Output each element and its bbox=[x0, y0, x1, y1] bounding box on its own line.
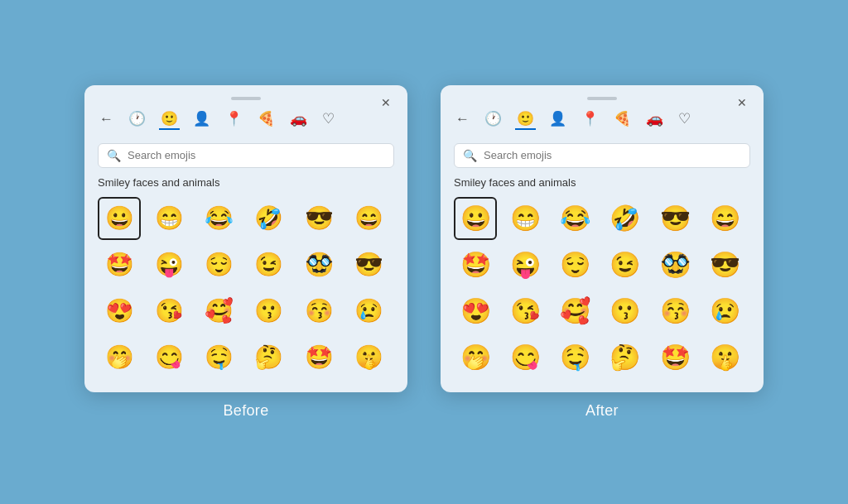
emoji-cell-21-before[interactable]: 🤔 bbox=[248, 336, 291, 379]
nav-symbols-after[interactable]: ♡ bbox=[677, 108, 692, 129]
nav-bar-after: ← 🕐 🙂 👤 📍 🍕 🚗 ♡ bbox=[454, 108, 750, 135]
search-box-after: 🔍 bbox=[454, 143, 750, 168]
search-input-after[interactable] bbox=[484, 149, 741, 161]
nav-symbols-before[interactable]: ♡ bbox=[320, 108, 336, 129]
search-input-before[interactable] bbox=[128, 149, 385, 161]
emoji-cell-9-after[interactable]: 😉 bbox=[604, 243, 647, 286]
emoji-cell-21-after[interactable]: 🤔 bbox=[604, 336, 647, 379]
emoji-cell-1-before[interactable]: 😁 bbox=[147, 197, 190, 240]
emoji-cell-18-after[interactable]: 🤭 bbox=[454, 336, 497, 379]
nav-food-after[interactable]: 🍕 bbox=[612, 108, 633, 129]
emoji-cell-2-before[interactable]: 😂 bbox=[198, 197, 241, 240]
nav-people-after[interactable]: 👤 bbox=[547, 108, 568, 129]
emoji-cell-18-before[interactable]: 🤭 bbox=[98, 336, 141, 379]
section-title-before: Smiley faces and animals bbox=[98, 176, 394, 189]
drag-handle-before bbox=[231, 97, 261, 100]
section-title-after: Smiley faces and animals bbox=[454, 176, 750, 189]
emoji-cell-14-before[interactable]: 🥰 bbox=[198, 290, 241, 333]
emoji-cell-11-before[interactable]: 😎 bbox=[348, 243, 391, 286]
emoji-cell-1-after[interactable]: 😁 bbox=[504, 197, 547, 240]
emoji-grid-after: 😀 😁 😂 🤣 😎 😄 🤩 😜 😌 😉 🥸 😎 😍 😘 🥰 😗 😚 😢 🤭 😋 … bbox=[454, 197, 750, 379]
emoji-cell-4-before[interactable]: 😎 bbox=[297, 197, 340, 240]
close-button-before[interactable]: ✕ bbox=[378, 95, 394, 110]
nav-back-before[interactable]: ← bbox=[98, 109, 115, 129]
emoji-cell-23-after[interactable]: 🤫 bbox=[704, 336, 747, 379]
emoji-cell-17-after[interactable]: 😢 bbox=[704, 290, 747, 333]
search-icon-before: 🔍 bbox=[107, 149, 121, 162]
emoji-cell-8-before[interactable]: 😌 bbox=[198, 243, 241, 286]
emoji-cell-16-after[interactable]: 😚 bbox=[653, 290, 696, 333]
search-icon-after: 🔍 bbox=[463, 149, 477, 162]
emoji-cell-16-before[interactable]: 😚 bbox=[297, 290, 340, 333]
emoji-panel-before: ✕ ← 🕐 🙂 👤 📍 🍕 🚗 ♡ 🔍 Smiley faces and ani… bbox=[84, 85, 407, 392]
emoji-cell-2-after[interactable]: 😂 bbox=[554, 197, 597, 240]
nav-food-before[interactable]: 🍕 bbox=[256, 108, 277, 129]
emoji-cell-5-after[interactable]: 😄 bbox=[704, 197, 747, 240]
emoji-cell-12-after[interactable]: 😍 bbox=[454, 290, 497, 333]
emoji-cell-10-after[interactable]: 🥸 bbox=[653, 243, 696, 286]
nav-bar-before: ← 🕐 🙂 👤 📍 🍕 🚗 ♡ bbox=[98, 108, 394, 135]
emoji-grid-before: 😀 😁 😂 🤣 😎 😄 🤩 😜 😌 😉 🥸 😎 😍 😘 🥰 😗 😚 😢 🤭 😋 … bbox=[98, 197, 394, 379]
emoji-cell-15-after[interactable]: 😗 bbox=[604, 290, 647, 333]
emoji-cell-22-before[interactable]: 🤩 bbox=[297, 336, 340, 379]
emoji-cell-0-after[interactable]: 😀 bbox=[454, 197, 497, 240]
emoji-cell-20-after[interactable]: 🤤 bbox=[554, 336, 597, 379]
nav-travel-before[interactable]: 🚗 bbox=[288, 108, 309, 129]
emoji-cell-12-before[interactable]: 😍 bbox=[98, 290, 141, 333]
before-panel-wrapper: ✕ ← 🕐 🙂 👤 📍 🍕 🚗 ♡ 🔍 Smiley faces and ani… bbox=[84, 85, 407, 420]
titlebar-after: ✕ bbox=[454, 97, 750, 100]
emoji-cell-17-before[interactable]: 😢 bbox=[348, 290, 391, 333]
nav-travel-after[interactable]: 🚗 bbox=[644, 108, 665, 129]
emoji-cell-3-after[interactable]: 🤣 bbox=[604, 197, 647, 240]
close-button-after[interactable]: ✕ bbox=[734, 95, 750, 110]
emoji-cell-9-before[interactable]: 😉 bbox=[248, 243, 291, 286]
emoji-cell-19-before[interactable]: 😋 bbox=[147, 336, 190, 379]
emoji-cell-8-after[interactable]: 😌 bbox=[554, 243, 597, 286]
nav-recent-before[interactable]: 🕐 bbox=[127, 108, 147, 129]
nav-objects-before[interactable]: 📍 bbox=[224, 108, 244, 129]
after-panel-wrapper: ✕ ← 🕐 🙂 👤 📍 🍕 🚗 ♡ 🔍 Smiley faces and ani… bbox=[441, 85, 764, 420]
titlebar-before: ✕ bbox=[98, 97, 394, 100]
emoji-cell-10-before[interactable]: 🥸 bbox=[297, 243, 340, 286]
emoji-panel-after: ✕ ← 🕐 🙂 👤 📍 🍕 🚗 ♡ 🔍 Smiley faces and ani… bbox=[441, 85, 764, 392]
search-box-before: 🔍 bbox=[98, 143, 394, 168]
nav-smiley-before[interactable]: 🙂 bbox=[159, 108, 180, 130]
nav-people-before[interactable]: 👤 bbox=[191, 108, 212, 129]
emoji-cell-6-after[interactable]: 🤩 bbox=[454, 243, 497, 286]
drag-handle-after bbox=[587, 97, 617, 100]
emoji-cell-3-before[interactable]: 🤣 bbox=[248, 197, 291, 240]
emoji-cell-19-after[interactable]: 😋 bbox=[504, 336, 547, 379]
emoji-cell-0-before[interactable]: 😀 bbox=[98, 197, 141, 240]
emoji-cell-13-after[interactable]: 😘 bbox=[504, 290, 547, 333]
emoji-cell-20-before[interactable]: 🤤 bbox=[198, 336, 241, 379]
emoji-cell-4-after[interactable]: 😎 bbox=[653, 197, 696, 240]
emoji-cell-7-after[interactable]: 😜 bbox=[504, 243, 547, 286]
label-after: After bbox=[585, 402, 619, 420]
emoji-cell-14-after[interactable]: 🥰 bbox=[554, 290, 597, 333]
emoji-cell-13-before[interactable]: 😘 bbox=[147, 290, 190, 333]
emoji-cell-15-before[interactable]: 😗 bbox=[248, 290, 291, 333]
emoji-cell-23-before[interactable]: 🤫 bbox=[348, 336, 391, 379]
nav-recent-after[interactable]: 🕐 bbox=[483, 108, 504, 129]
nav-back-after[interactable]: ← bbox=[454, 109, 471, 129]
emoji-cell-11-after[interactable]: 😎 bbox=[704, 243, 747, 286]
nav-objects-after[interactable]: 📍 bbox=[580, 108, 600, 129]
emoji-cell-7-before[interactable]: 😜 bbox=[147, 243, 190, 286]
emoji-cell-5-before[interactable]: 😄 bbox=[348, 197, 391, 240]
nav-smiley-after[interactable]: 🙂 bbox=[515, 108, 536, 130]
emoji-cell-6-before[interactable]: 🤩 bbox=[98, 243, 141, 286]
label-before: Before bbox=[223, 402, 268, 420]
emoji-cell-22-after[interactable]: 🤩 bbox=[653, 336, 696, 379]
